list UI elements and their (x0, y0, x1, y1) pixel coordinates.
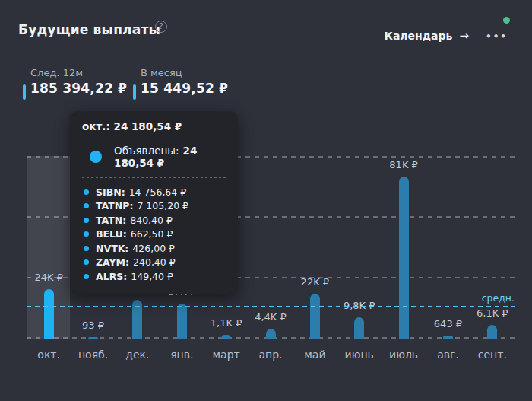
bar-5[interactable] (266, 329, 276, 339)
tooltip-series-row: Объявлены:24 180,54 ₽ (82, 145, 226, 169)
bar-3[interactable] (177, 304, 187, 339)
bar-0[interactable] (44, 289, 54, 339)
bar-4[interactable] (221, 335, 231, 339)
axis-label: дек. (125, 348, 149, 361)
axis-label: апр. (258, 348, 282, 361)
ticker-label: TATN: (96, 215, 126, 226)
tooltip-item: ALRS:149,40 ₽ (82, 269, 226, 284)
average-line (27, 306, 515, 307)
bar-1[interactable] (88, 337, 98, 339)
ticker-label: ALRS: (96, 271, 127, 282)
axis-label: март (213, 348, 240, 361)
axis-label: окт. (37, 348, 60, 361)
axis-label: май (304, 348, 325, 361)
bar-7[interactable] (354, 317, 364, 339)
series-marker-icon (90, 151, 102, 163)
tooltip-breakdown-list: SIBN:14 756,64 ₽TATNP:7 105,20 ₽TATN:840… (82, 185, 226, 284)
bar-8[interactable] (399, 177, 409, 339)
ticker-value: 662,50 ₽ (131, 228, 173, 240)
axis-label: нояб. (78, 348, 108, 361)
bar-10[interactable] (487, 325, 497, 339)
tooltip-separator (82, 177, 226, 178)
axis-label: сент. (478, 348, 507, 361)
tooltip-item: ZAYM:240,40 ₽ (82, 256, 226, 270)
tooltip-title: окт.: 24 180,54 ₽ (82, 120, 226, 138)
bullet-icon (84, 203, 89, 208)
bar-value-label: 1,1K ₽ (211, 317, 242, 329)
bar-value-label: 81K ₽ (389, 159, 417, 170)
ticker-value: 426,00 ₽ (132, 243, 175, 254)
tooltip-item: TATN:840,40 ₽ (82, 213, 226, 228)
tooltip-item: TATNP:7 105,20 ₽ (82, 199, 226, 214)
tooltip-item: SIBN:14 756,64 ₽ (82, 185, 226, 199)
ticker-value: 7 105,20 ₽ (137, 200, 188, 212)
bar-value-label: 643 ₽ (434, 318, 462, 329)
ticker-label: TATNP: (96, 200, 133, 212)
future-payments-widget: Будущие выплаты ? Календарь → ••• След. … (0, 0, 532, 401)
bar-value-label: 4,4K ₽ (255, 311, 287, 323)
chart-tooltip: окт.: 24 180,54 ₽ Объявлены:24 180,54 ₽ … (70, 111, 238, 294)
series-label-text: Объявлены: (114, 145, 179, 157)
bullet-icon (84, 189, 89, 195)
bar-value-label: 93 ₽ (82, 320, 104, 331)
ticker-value: 840,40 ₽ (130, 215, 173, 226)
ticker-value: 149,40 ₽ (131, 271, 173, 282)
bullet-icon (84, 218, 89, 223)
ticker-value: 240,40 ₽ (133, 256, 176, 268)
bullet-icon (84, 246, 89, 251)
axis-label: янв. (170, 348, 193, 361)
payments-bar-chart: средн.24K ₽окт.93 ₽нояб.19K ₽дек.17K ₽ян… (0, 0, 532, 401)
bar-6[interactable] (310, 294, 320, 339)
bar-value-label: 22K ₽ (301, 276, 329, 288)
ticker-value: 14 756,64 ₽ (129, 186, 187, 198)
axis-label: июль (389, 348, 418, 361)
axis-label: авг. (437, 348, 459, 361)
ticker-label: SIBN: (96, 186, 125, 198)
average-line-label: средн. (482, 292, 515, 304)
ticker-label: BELU: (96, 228, 127, 240)
ticker-label: ZAYM: (96, 256, 129, 268)
bullet-icon (84, 259, 89, 265)
bar-value-label: 6,1K ₽ (477, 307, 508, 319)
tooltip-item: BELU:662,50 ₽ (82, 228, 226, 242)
bar-value-label: 24K ₽ (34, 272, 62, 283)
bar-9[interactable] (443, 336, 453, 339)
ticker-label: NVTK: (96, 243, 128, 254)
bullet-icon (84, 274, 89, 279)
tooltip-item: NVTK:426,00 ₽ (82, 241, 226, 256)
bullet-icon (84, 231, 89, 237)
tooltip-series-label: Объявлены:24 180,54 ₽ (114, 145, 226, 169)
axis-label: июнь (345, 348, 374, 361)
